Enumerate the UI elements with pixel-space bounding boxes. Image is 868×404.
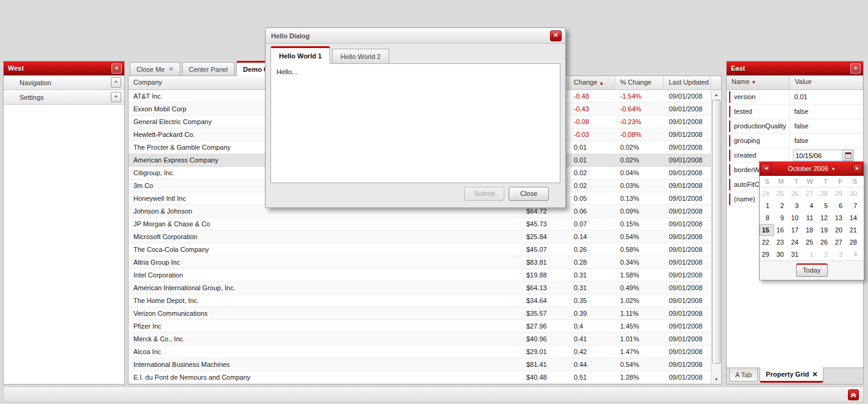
calendar-day[interactable]: 24 bbox=[760, 187, 774, 200]
column-header-pct-change[interactable]: % Change bbox=[615, 76, 664, 89]
calendar-day[interactable]: 24 bbox=[789, 236, 803, 248]
accordion-item-settings[interactable]: Settings + bbox=[4, 90, 124, 105]
scroll-up-icon[interactable]: ▲ bbox=[711, 90, 721, 99]
table-row[interactable]: Merck & Co., Inc.$40.960.411.01%09/01/20… bbox=[129, 333, 711, 346]
calendar-day[interactable]: 1 bbox=[803, 248, 818, 260]
date-trigger-button[interactable] bbox=[843, 150, 853, 161]
plus-icon[interactable]: + bbox=[111, 92, 121, 102]
today-button[interactable]: Today bbox=[796, 263, 828, 277]
dialog-titlebar[interactable]: Hello Dialog ✕ bbox=[266, 28, 565, 44]
tab-a-tab[interactable]: A Tab bbox=[729, 368, 758, 381]
column-header-value[interactable]: Value bbox=[790, 75, 863, 89]
calendar-day[interactable]: 21 bbox=[847, 224, 862, 236]
calendar-day[interactable]: 8 bbox=[760, 212, 774, 224]
calendar-day-selected[interactable]: 15 bbox=[760, 224, 774, 236]
calendar-day[interactable]: 13 bbox=[833, 212, 847, 224]
calendar-day[interactable]: 2 bbox=[774, 200, 789, 212]
table-row[interactable]: JP Morgan & Chase & Co$45.730.070.15%09/… bbox=[129, 218, 711, 231]
plus-icon[interactable]: + bbox=[111, 77, 121, 88]
table-row[interactable]: Intel Corporation$19.880.311.58%09/01/20… bbox=[129, 269, 711, 282]
calendar-day[interactable]: 12 bbox=[818, 212, 833, 224]
property-row[interactable]: productionQualityfalse bbox=[727, 119, 863, 134]
calendar-day[interactable]: 14 bbox=[847, 212, 862, 224]
calendar-day[interactable]: 31 bbox=[789, 248, 803, 260]
day-of-week-label: S bbox=[760, 176, 774, 187]
calendar-day[interactable]: 28 bbox=[818, 187, 833, 200]
table-row[interactable]: Verizon Communications$35.570.391.11%09/… bbox=[129, 307, 711, 320]
calendar-day[interactable]: 1 bbox=[760, 200, 774, 212]
property-row[interactable]: groupingfalse bbox=[727, 134, 863, 148]
calendar-day[interactable]: 25 bbox=[803, 236, 818, 248]
tab-close-me[interactable]: Close Me ✕ bbox=[130, 62, 180, 75]
cell-pct: 0.03% bbox=[615, 179, 664, 192]
scroll-down-icon[interactable]: ▼ bbox=[711, 375, 721, 384]
tab-property-grid[interactable]: Property Grid ✕ bbox=[760, 367, 824, 383]
table-row[interactable]: E.I. du Pont de Nemours and Company$40.4… bbox=[129, 371, 711, 384]
calendar-day[interactable]: 27 bbox=[833, 236, 847, 248]
table-row[interactable]: Altria Group Inc$83.810.280.34%09/01/200… bbox=[129, 256, 711, 269]
month-year-button[interactable]: October 2006 ▼ bbox=[788, 165, 836, 172]
calendar-day[interactable]: 6 bbox=[833, 200, 847, 212]
chevrons-left-icon[interactable]: « bbox=[111, 63, 122, 74]
calendar-day[interactable]: 4 bbox=[803, 200, 818, 212]
accordion-item-navigation[interactable]: Navigation + bbox=[4, 75, 124, 90]
table-row[interactable]: International Business Machines$81.410.4… bbox=[129, 358, 711, 371]
calendar-day[interactable]: 22 bbox=[760, 236, 774, 248]
tab-hello-world-1[interactable]: Hello World 1 bbox=[270, 46, 330, 64]
chevrons-up-icon[interactable] bbox=[848, 389, 859, 400]
dialog-close-icon[interactable]: ✕ bbox=[550, 30, 562, 41]
calendar-day[interactable]: 30 bbox=[847, 187, 862, 200]
tab-hello-world-2[interactable]: Hello World 2 bbox=[332, 49, 389, 63]
table-row[interactable]: Alcoa Inc$29.010.421.47%09/01/2008 bbox=[129, 346, 711, 358]
calendar-day[interactable]: 3 bbox=[789, 200, 803, 212]
grid-vertical-scrollbar[interactable]: ▲ ▼ bbox=[711, 90, 721, 384]
calendar-day[interactable]: 29 bbox=[760, 248, 774, 260]
cell-change: 0.4 bbox=[569, 320, 615, 332]
close-tab-icon[interactable]: ✕ bbox=[812, 371, 817, 378]
tab-center-panel[interactable]: Center Panel bbox=[182, 62, 235, 75]
calendar-day[interactable]: 16 bbox=[774, 224, 789, 236]
cell-change: 0.42 bbox=[569, 346, 615, 358]
table-row[interactable]: The Coca-Cola Company$45.070.260.58%09/0… bbox=[129, 243, 711, 256]
scrollbar-thumb[interactable] bbox=[712, 100, 721, 364]
column-header-name[interactable]: Name ▼ bbox=[727, 75, 790, 89]
calendar-day[interactable]: 30 bbox=[774, 248, 789, 260]
calendar-day[interactable]: 2 bbox=[818, 248, 833, 260]
calendar-day[interactable]: 27 bbox=[803, 187, 818, 200]
created-date-input[interactable] bbox=[793, 150, 843, 161]
calendar-day[interactable]: 28 bbox=[847, 236, 862, 248]
close-button[interactable]: Close bbox=[509, 187, 549, 201]
close-tab-icon[interactable]: ✕ bbox=[168, 66, 173, 72]
calendar-day[interactable]: 7 bbox=[847, 200, 862, 212]
calendar-day[interactable]: 11 bbox=[803, 212, 818, 224]
table-row[interactable]: American International Group, Inc.$64.13… bbox=[129, 282, 711, 294]
calendar-day[interactable]: 5 bbox=[818, 200, 833, 212]
calendar-day[interactable]: 19 bbox=[818, 224, 833, 236]
chevrons-right-icon[interactable]: » bbox=[850, 63, 861, 74]
calendar-day[interactable]: 23 bbox=[774, 236, 789, 248]
table-row[interactable]: The Home Depot, Inc.$34.640.351.02%09/01… bbox=[129, 294, 711, 307]
prev-month-icon[interactable]: ◄ bbox=[761, 164, 771, 174]
calendar-day[interactable]: 3 bbox=[833, 248, 847, 260]
calendar-day[interactable]: 26 bbox=[789, 187, 803, 200]
calendar-day[interactable]: 9 bbox=[774, 212, 789, 224]
calendar-day[interactable]: 20 bbox=[833, 224, 847, 236]
next-month-icon[interactable]: ► bbox=[852, 164, 863, 174]
calendar-day[interactable]: 29 bbox=[833, 187, 847, 200]
property-row[interactable]: testedfalse bbox=[727, 105, 863, 119]
calendar-day[interactable]: 26 bbox=[818, 236, 833, 248]
submit-button[interactable]: Submit bbox=[464, 187, 504, 201]
calendar-day[interactable]: 4 bbox=[847, 248, 862, 260]
calendar-day[interactable]: 18 bbox=[803, 224, 818, 236]
table-row[interactable]: Microsoft Corporation$25.840.140.54%09/0… bbox=[129, 231, 711, 243]
date-picker: ◄ October 2006 ▼ ► SMTWTFS 2425262728293… bbox=[759, 161, 864, 280]
calendar-day[interactable]: 17 bbox=[789, 224, 803, 236]
table-row[interactable]: Pfizer Inc$27.960.41.45%09/01/2008 bbox=[129, 320, 711, 333]
column-header-change[interactable]: Change ▲ bbox=[569, 76, 615, 89]
calendar-day[interactable]: 25 bbox=[774, 187, 789, 200]
cell-change: 0.41 bbox=[569, 333, 615, 345]
chevron-down-icon: ▼ bbox=[831, 167, 836, 171]
property-row[interactable]: version0.01 bbox=[727, 90, 863, 105]
column-header-last-updated[interactable]: Last Updated bbox=[664, 76, 711, 89]
calendar-day[interactable]: 10 bbox=[789, 212, 803, 224]
